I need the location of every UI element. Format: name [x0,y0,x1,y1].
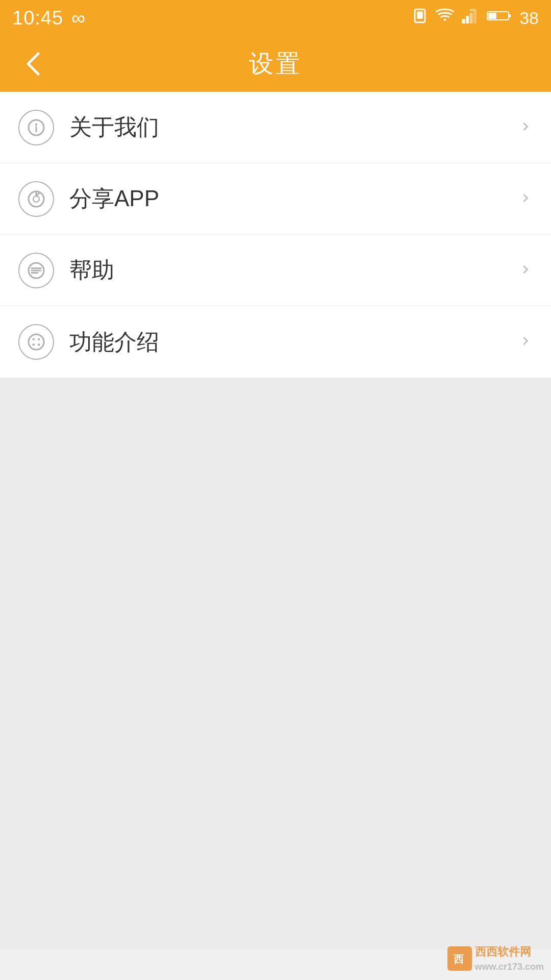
svg-point-24 [38,338,40,341]
infinity-icon: ∞ [71,7,85,29]
watermark-site: 西西软件网www.cr173.com [475,944,544,973]
info-icon [18,110,54,145]
toolbar: 设置 [0,36,551,92]
back-button[interactable] [15,46,51,82]
svg-rect-10 [488,13,496,19]
svg-point-23 [33,338,35,341]
svg-point-26 [38,344,40,346]
status-left: 10:45 ∞ [12,7,85,29]
svg-rect-3 [462,19,465,23]
svg-rect-4 [466,16,469,23]
share-icon [18,181,54,217]
menu-list: 关于我们 分享APP [0,92,551,378]
svg-line-17 [37,193,40,195]
battery-level: 38 [519,8,539,28]
menu-item-help[interactable]: 帮助 [0,235,551,306]
help-label: 帮助 [69,255,513,285]
status-time: 10:45 [12,7,63,29]
about-arrow [518,117,533,138]
features-label: 功能介绍 [69,327,513,357]
svg-rect-1 [417,12,423,19]
svg-rect-5 [470,13,473,23]
vibrate-icon [411,7,429,29]
svg-point-2 [444,18,446,21]
svg-point-22 [29,334,44,350]
status-right: 4G 38 [411,7,539,29]
features-arrow [518,331,533,353]
menu-item-about[interactable]: 关于我们 [0,92,551,163]
about-label: 关于我们 [69,112,513,142]
battery-icon [487,7,512,29]
empty-area [0,378,551,949]
wifi-icon [436,7,454,29]
status-bar: 10:45 ∞ 4G [0,0,551,36]
svg-rect-9 [509,14,511,17]
svg-point-15 [33,196,39,202]
help-arrow [518,260,533,281]
svg-text:4G: 4G [470,8,475,12]
menu-item-share[interactable]: 分享APP [0,163,551,235]
watermark: 西 西西软件网www.cr173.com [447,944,544,973]
share-label: 分享APP [69,184,513,214]
share-arrow [518,188,533,210]
watermark-logo: 西 [447,946,472,971]
svg-text:西: 西 [454,953,464,965]
features-icon [18,324,54,360]
page-title: 设置 [249,47,302,80]
help-icon [18,253,54,288]
svg-point-25 [33,344,35,346]
menu-item-features[interactable]: 功能介绍 [0,306,551,378]
signal-icon: 4G [461,7,480,29]
